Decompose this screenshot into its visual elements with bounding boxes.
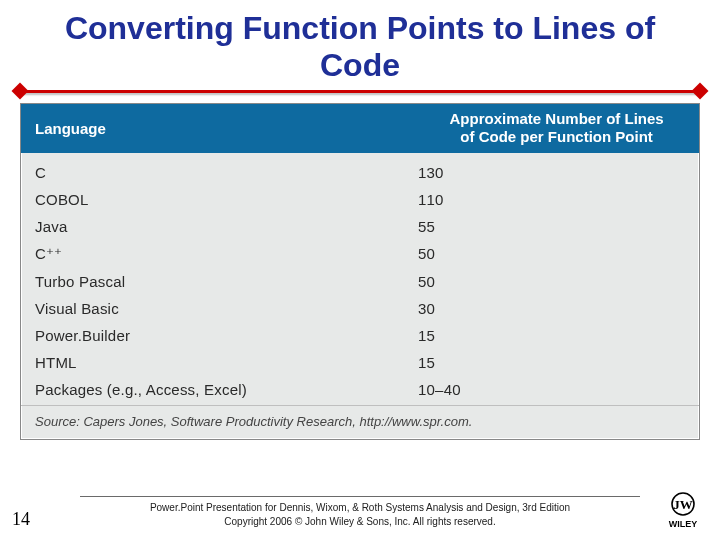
cell-loc: 110	[412, 191, 685, 208]
page-number: 14	[12, 509, 30, 530]
footer: Power.Point Presentation for Dennis, Wix…	[0, 496, 720, 528]
table-body: C130 COBOL110 Java55 C⁺⁺50 Turbo Pascal5…	[21, 153, 699, 405]
wiley-logo-text: WILEY	[669, 519, 698, 529]
wiley-logo: JW WILEY	[660, 490, 706, 530]
table-row: COBOL110	[21, 186, 699, 213]
cell-loc: 50	[412, 245, 685, 263]
cell-loc: 15	[412, 354, 685, 371]
cell-loc: 30	[412, 300, 685, 317]
cell-language: Java	[35, 218, 412, 235]
cell-language: Turbo Pascal	[35, 273, 412, 290]
col-header-language: Language	[21, 104, 414, 154]
cell-language: COBOL	[35, 191, 412, 208]
cell-language: C	[35, 164, 412, 181]
cell-language: Power.Builder	[35, 327, 412, 344]
slide-title: Converting Function Points to Lines of C…	[0, 0, 720, 90]
cell-language: C⁺⁺	[35, 245, 412, 263]
footer-line1: Power.Point Presentation for Dennis, Wix…	[0, 501, 720, 515]
table-header: Language Approximate Number of Lines of …	[21, 104, 699, 154]
svg-text:JW: JW	[673, 497, 693, 512]
footer-rule	[80, 496, 640, 497]
table-row: Power.Builder15	[21, 322, 699, 349]
cell-loc: 50	[412, 273, 685, 290]
table-row: C⁺⁺50	[21, 240, 699, 268]
cell-loc: 55	[412, 218, 685, 235]
col-header-loc-line1: Approximate Number of Lines	[428, 110, 685, 129]
divider	[20, 90, 700, 93]
cell-language: Packages (e.g., Access, Excel)	[35, 381, 412, 398]
table-row: C130	[21, 159, 699, 186]
table-row: Visual Basic30	[21, 295, 699, 322]
table-row: Java55	[21, 213, 699, 240]
cell-loc: 15	[412, 327, 685, 344]
footer-line2: Copyright 2006 © John Wiley & Sons, Inc.…	[0, 515, 720, 529]
cell-language: HTML	[35, 354, 412, 371]
col-header-loc: Approximate Number of Lines of Code per …	[414, 104, 699, 154]
loc-table: Language Approximate Number of Lines of …	[20, 103, 700, 441]
slide: Converting Function Points to Lines of C…	[0, 0, 720, 540]
table-row: Turbo Pascal50	[21, 268, 699, 295]
table-source: Source: Capers Jones, Software Productiv…	[21, 405, 699, 439]
cell-loc: 10–40	[412, 381, 685, 398]
cell-loc: 130	[412, 164, 685, 181]
col-header-loc-line2: of Code per Function Point	[428, 128, 685, 147]
cell-language: Visual Basic	[35, 300, 412, 317]
table-row: HTML15	[21, 349, 699, 376]
table-row: Packages (e.g., Access, Excel)10–40	[21, 376, 699, 403]
divider-line	[20, 90, 700, 93]
